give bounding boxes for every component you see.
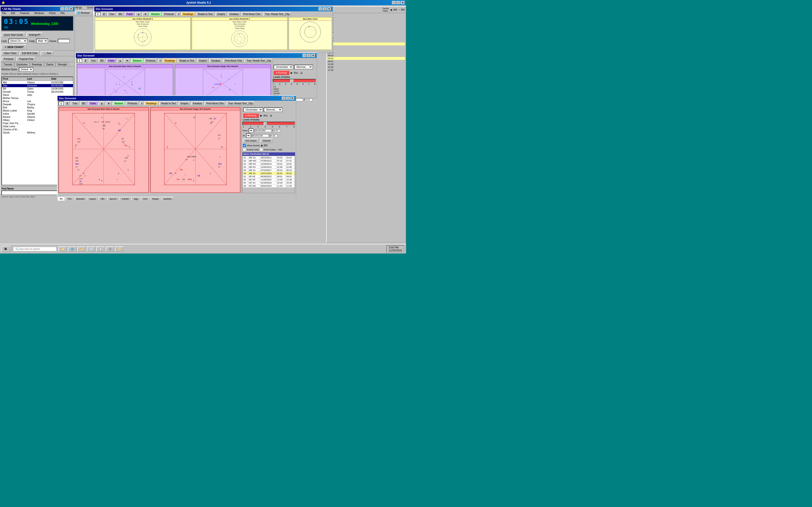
edit-birth-button[interactable]: Edit Birth Data xyxy=(19,51,40,56)
das2-maximize[interactable]: □ xyxy=(307,54,311,57)
lp-menu-hits[interactable]: Hits xyxy=(59,12,65,15)
tab-transits[interactable]: Transits xyxy=(1,62,14,66)
das3-text-output-btn[interactable]: Text Output xyxy=(243,138,259,143)
das1-pallet[interactable]: Pallet xyxy=(125,12,135,16)
left-panel-maximize[interactable]: □ xyxy=(65,7,69,11)
das2-close[interactable]: ✕ xyxy=(311,54,315,57)
das3-tran[interactable]: Tran xyxy=(70,101,79,106)
das2-from-time[interactable] xyxy=(304,98,312,101)
das3-to-time[interactable] xyxy=(270,134,277,137)
das3-readings[interactable]: Readings xyxy=(144,101,158,106)
tab-quickview[interactable]: Quickview xyxy=(14,62,30,66)
das2-slider-thumb[interactable] xyxy=(290,79,294,83)
das2-reads-text[interactable]: Reads to Text xyxy=(177,59,196,63)
list-item[interactable]: DonaldTrump06/14/1946 xyxy=(2,90,73,94)
das3-graphs[interactable]: Graphs xyxy=(179,101,191,106)
das3-from-time[interactable] xyxy=(272,129,280,132)
taskbar-item-4[interactable]: 📧 xyxy=(87,246,95,251)
das2-running-btn[interactable]: ● Running xyxy=(273,70,289,75)
printouts-button-left[interactable]: Printouts xyxy=(1,57,16,61)
das3-print-chts[interactable]: Print these Chts xyxy=(204,101,225,106)
das3-reads-text[interactable]: Reads to Text xyxy=(159,101,178,106)
search-button[interactable]: 🔍 Sea xyxy=(41,51,53,56)
das3-abrv-dropdown[interactable]: Abreviat... xyxy=(264,107,283,112)
fame-input[interactable] xyxy=(58,39,70,43)
lp-menu-file[interactable]: File xyxy=(1,12,7,15)
das2-tran-reads[interactable]: Tran. Reads Text _Clip xyxy=(245,59,273,63)
tab-bhavmd[interactable]: BhavMd xyxy=(74,197,87,201)
das3-bd[interactable]: BD xyxy=(80,101,87,106)
das1-down[interactable]: ▼ xyxy=(142,12,149,16)
tab-readings[interactable]: Readings xyxy=(30,62,44,66)
left-panel-close[interactable]: ✕ xyxy=(69,7,73,11)
tab-p1[interactable]: P1 xyxy=(57,197,65,201)
das2-graphs[interactable]: Graphs xyxy=(197,59,209,63)
das2-up[interactable]: ▲ xyxy=(117,59,123,63)
das1-info[interactable]: ℹ xyxy=(176,12,180,16)
das1-up[interactable]: ▲ xyxy=(135,12,142,16)
das3-minimize[interactable]: ─ xyxy=(282,97,286,100)
das3-show-events-check[interactable] xyxy=(243,144,246,147)
das2-down[interactable]: ▼ xyxy=(124,59,130,63)
tab-dasha[interactable]: Dasha xyxy=(44,62,56,66)
das1-bd[interactable]: BD xyxy=(117,12,124,16)
minimize-button[interactable]: ─ xyxy=(392,1,396,4)
das2-print-chts[interactable]: Print these Chts xyxy=(223,59,244,63)
das3-vimsho-dropdown[interactable]: Vimshottari xyxy=(243,107,263,112)
das3-pallet[interactable]: Pallet xyxy=(88,101,98,106)
das3-restore[interactable]: Restore xyxy=(113,101,125,106)
tab-fler[interactable]: FlEr xyxy=(98,197,107,201)
das3-timeline-scroll[interactable]: 51ME SU09/23/201120:2520:25 52ME MO07/30… xyxy=(242,156,295,193)
close-button[interactable]: ✕ xyxy=(401,1,405,4)
taskbar-item-5[interactable]: 📋 xyxy=(96,246,105,251)
das1-karakas[interactable]: Karakas xyxy=(227,12,241,16)
das3-to-date[interactable] xyxy=(252,134,269,137)
das1-tab-1[interactable]: 1 xyxy=(95,12,101,16)
das3-events-only-check[interactable] xyxy=(243,148,246,151)
das1-graphs[interactable]: Graphs xyxy=(215,12,227,16)
taskbar-item-6[interactable]: 🎵 xyxy=(106,246,114,251)
das1-printouts[interactable]: Printouts xyxy=(162,12,176,16)
das3-from-date[interactable] xyxy=(254,129,271,132)
das1-close[interactable]: ✕ xyxy=(327,7,331,11)
das1-tran[interactable]: Tran xyxy=(107,12,116,16)
das2-abrv-dropdown[interactable]: Abreviat... xyxy=(294,65,313,69)
browser-button[interactable]: 🌐 Browser xyxy=(75,11,92,15)
window-styles-dropdown[interactable]: Default xyxy=(19,67,33,72)
das3-dasha-slider[interactable] xyxy=(242,122,295,125)
taskbar-item-2[interactable]: 🌐 xyxy=(68,246,77,251)
das2-minimize[interactable]: ─ xyxy=(303,54,306,57)
das1-tran-reads[interactable]: Tran. Reads Text _Clip xyxy=(263,12,291,16)
das3-running-btn[interactable]: ● Running xyxy=(243,113,259,118)
das3-slider-thumb[interactable] xyxy=(264,122,267,125)
das1-minimize[interactable]: ─ xyxy=(318,7,322,11)
das2-karakas[interactable]: Karakas xyxy=(209,59,222,63)
tab-tags[interactable]: Tags xyxy=(131,197,141,201)
das3-maximize[interactable]: □ xyxy=(286,97,290,100)
das3-close[interactable]: ✕ xyxy=(291,97,294,100)
tropical-char-button[interactable]: Tropical Char xyxy=(16,57,36,61)
maximize-button[interactable]: □ xyxy=(396,1,400,4)
das2-bd[interactable]: BD xyxy=(98,59,106,63)
new-chart-button[interactable]: + NEW CHART xyxy=(1,44,27,50)
settings-button[interactable]: Settings/Pr xyxy=(27,33,43,37)
lp-menu-points[interactable]: Points xyxy=(48,12,57,15)
tab-csv[interactable]: CSV xyxy=(141,197,150,201)
tab-strength[interactable]: Strength xyxy=(56,62,69,66)
das2-dasha-slider[interactable] xyxy=(273,79,316,82)
tab-tranrd[interactable]: TranRd xyxy=(119,197,131,201)
tab-reads[interactable]: Reads xyxy=(150,197,161,201)
das3-tran-reads[interactable]: Tran. Reads Text _Clip xyxy=(226,101,254,106)
taskbar-search-input[interactable] xyxy=(18,248,52,250)
das2-tab-2[interactable]: 2 xyxy=(83,58,88,63)
das3-tab-2[interactable]: 2 xyxy=(64,101,70,106)
open-chart-button[interactable]: Open Chart xyxy=(1,51,19,56)
tab-aspect[interactable]: Aspect xyxy=(87,197,98,201)
das1-restore[interactable]: Restore xyxy=(149,12,162,16)
das3-up[interactable]: ▲ xyxy=(99,101,105,106)
das2-vimsho-dropdown[interactable]: Vimshottari xyxy=(273,65,293,69)
taskbar-item-1[interactable]: 📁 xyxy=(58,246,67,251)
start-button[interactable]: ⊞ xyxy=(1,246,11,252)
das1-reads-text[interactable]: Reads to Text xyxy=(196,12,215,16)
das3-event-dates-check[interactable] xyxy=(260,148,263,151)
